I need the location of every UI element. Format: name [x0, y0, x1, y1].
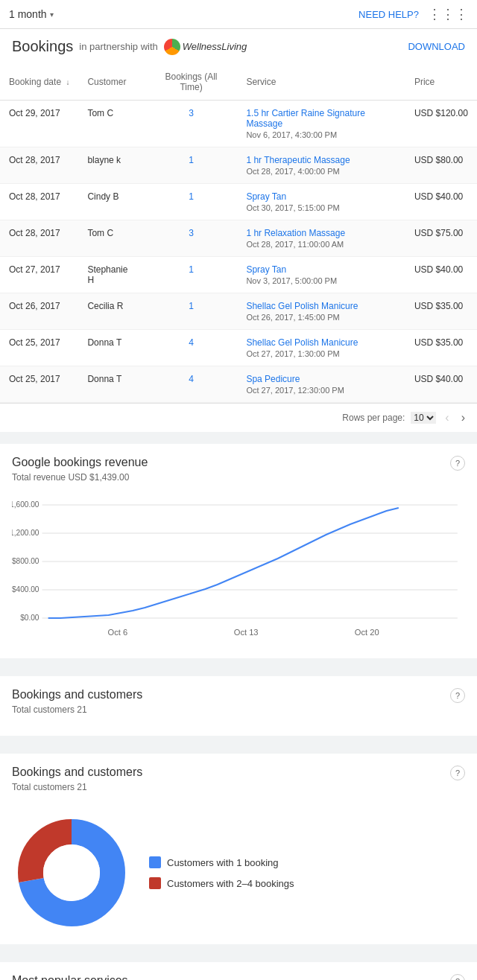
cell-bookings: 1: [145, 147, 238, 184]
table-row: Oct 25, 2017 Donna T 4 Spa Pedicure Oct …: [0, 366, 477, 403]
popular-services-section: Most popular services The most popular s…: [0, 962, 477, 980]
cell-price: USD $80.00: [405, 147, 477, 184]
bc-simple-subtitle: Total customers 21: [12, 704, 142, 715]
period-label: 1 month: [9, 8, 47, 20]
cell-customer: Donna T: [78, 330, 145, 366]
bookings-customers-donut: Bookings and customers Total customers 2…: [0, 754, 477, 944]
bc-donut-subtitle: Total customers 21: [12, 782, 142, 792]
svg-text:$400.00: $400.00: [12, 585, 40, 594]
bookings-table: Booking date ↓ Customer Bookings (All Ti…: [0, 64, 477, 403]
cell-service: Shellac Gel Polish Manicure Oct 27, 2017…: [237, 330, 405, 366]
cell-bookings: 1: [145, 293, 238, 330]
cell-customer: Tom C: [78, 220, 145, 257]
table-row: Oct 28, 2017 Cindy B 1 Spray Tan Oct 30,…: [0, 184, 477, 220]
cell-price: USD $35.00: [405, 330, 477, 366]
period-dropdown-arrow: ▾: [50, 10, 54, 19]
donut-chart: [12, 813, 131, 932]
cell-service: Spray Tan Nov 3, 2017, 5:00:00 PM: [237, 257, 405, 293]
cell-bookings: 4: [145, 330, 238, 366]
bc-donut-help-icon[interactable]: ?: [450, 766, 465, 780]
svg-text:$0.00: $0.00: [20, 614, 40, 622]
cell-customer: Donna T: [78, 366, 145, 403]
divider-2: [0, 664, 477, 670]
bc-donut-header: Bookings and customers Total customers 2…: [12, 766, 465, 801]
cell-bookings: 1: [145, 184, 238, 220]
cell-bookings: 3: [145, 101, 238, 147]
cell-date: Oct 28, 2017: [0, 220, 78, 257]
rows-per-page-select[interactable]: 10 25 50: [411, 412, 436, 424]
bc-simple-title-group: Bookings and customers Total customers 2…: [12, 688, 142, 724]
divider-3: [0, 742, 477, 748]
revenue-title: Google bookings revenue: [12, 456, 148, 469]
table-row: Oct 29, 2017 Tom C 3 1.5 hr Cartier Rain…: [0, 101, 477, 147]
table-pagination: Rows per page: 10 25 50 ‹ ›: [0, 403, 477, 432]
cell-customer: Tom C: [78, 101, 145, 147]
svg-text:$1,600.00: $1,600.00: [12, 500, 40, 509]
download-link[interactable]: DOWNLOAD: [408, 41, 465, 52]
cell-service: Shellac Gel Polish Manicure Oct 26, 2017…: [237, 293, 405, 330]
need-help-link[interactable]: NEED HELP?: [358, 9, 419, 20]
cell-service: Spa Pedicure Oct 27, 2017, 12:30:00 PM: [237, 366, 405, 403]
top-bar: 1 month ▾ NEED HELP? ⋮⋮⋮: [0, 0, 477, 29]
svg-text:Oct 13: Oct 13: [234, 628, 259, 637]
table-row: Oct 26, 2017 Cecilia R 1 Shellac Gel Pol…: [0, 293, 477, 330]
legend-item-blue: Customers with 1 booking: [149, 856, 294, 868]
col-customer: Customer: [78, 64, 145, 101]
partner-text: in partnership with: [79, 41, 158, 52]
revenue-chart: $1,600.00 $1,200.00 $800.00 $400.00 $0.0…: [12, 497, 465, 646]
bc-simple-header: Bookings and customers Total customers 2…: [12, 688, 465, 724]
cell-date: Oct 25, 2017: [0, 366, 78, 403]
divider-1: [0, 432, 477, 438]
cell-date: Oct 28, 2017: [0, 147, 78, 184]
cell-customer: Stephanie H: [78, 257, 145, 293]
svg-text:Oct 20: Oct 20: [355, 628, 379, 637]
cell-date: Oct 27, 2017: [0, 257, 78, 293]
cell-price: USD $40.00: [405, 257, 477, 293]
revenue-title-group: Google bookings revenue Total revenue US…: [12, 456, 148, 491]
prev-page-button[interactable]: ‹: [442, 410, 452, 426]
cell-date: Oct 25, 2017: [0, 330, 78, 366]
cell-price: USD $40.00: [405, 184, 477, 220]
legend-dot-blue: [149, 856, 161, 868]
next-page-button[interactable]: ›: [458, 410, 468, 426]
cell-bookings: 1: [145, 257, 238, 293]
revenue-help-icon[interactable]: ?: [450, 456, 465, 471]
cell-service: 1.5 hr Cartier Raine Signature Massage N…: [237, 101, 405, 147]
cell-price: USD $35.00: [405, 293, 477, 330]
col-bookings: Bookings (All Time): [145, 64, 238, 101]
bc-donut-title: Bookings and customers: [12, 766, 142, 779]
table-row: Oct 28, 2017 Tom C 3 1 hr Relaxation Mas…: [0, 220, 477, 257]
bookings-table-container: Booking date ↓ Customer Bookings (All Ti…: [0, 64, 477, 432]
col-service: Service: [237, 64, 405, 101]
table-row: Oct 25, 2017 Donna T 4 Shellac Gel Polis…: [0, 330, 477, 366]
period-selector[interactable]: 1 month ▾: [9, 8, 54, 20]
divider-4: [0, 950, 477, 956]
svg-text:$800.00: $800.00: [12, 557, 40, 565]
cell-bookings: 3: [145, 220, 238, 257]
sort-arrow: ↓: [66, 78, 69, 86]
cell-date: Oct 26, 2017: [0, 293, 78, 330]
donut-svg: [12, 813, 131, 932]
cell-customer: Cindy B: [78, 184, 145, 220]
popular-services-help-icon[interactable]: ?: [450, 974, 465, 980]
legend-label-red: Customers with 2–4 bookings: [167, 878, 294, 889]
svg-text:Oct 6: Oct 6: [108, 628, 128, 637]
cell-service: 1 hr Therapeutic Massage Oct 28, 2017, 4…: [237, 147, 405, 184]
grid-icon[interactable]: ⋮⋮⋮: [428, 6, 468, 22]
col-booking-date[interactable]: Booking date ↓: [0, 64, 78, 101]
legend-label-blue: Customers with 1 booking: [167, 857, 279, 868]
rows-per-page-label: Rows per page:: [342, 413, 405, 423]
revenue-chart-svg: $1,600.00 $1,200.00 $800.00 $400.00 $0.0…: [12, 497, 465, 646]
table-row: Oct 27, 2017 Stephanie H 1 Spray Tan Nov…: [0, 257, 477, 293]
donut-legend: Customers with 1 booking Customers with …: [149, 856, 294, 889]
bc-simple-help-icon[interactable]: ?: [450, 688, 465, 703]
cell-price: USD $75.00: [405, 220, 477, 257]
bc-donut-title-group: Bookings and customers Total customers 2…: [12, 766, 142, 801]
legend-item-red: Customers with 2–4 bookings: [149, 877, 294, 889]
svg-point-15: [43, 844, 100, 901]
popular-services-header: Most popular services The most popular s…: [12, 974, 465, 980]
popular-services-title: Most popular services: [12, 974, 302, 980]
cell-date: Oct 28, 2017: [0, 184, 78, 220]
bc-simple-title: Bookings and customers: [12, 688, 142, 701]
cell-customer: blayne k: [78, 147, 145, 184]
